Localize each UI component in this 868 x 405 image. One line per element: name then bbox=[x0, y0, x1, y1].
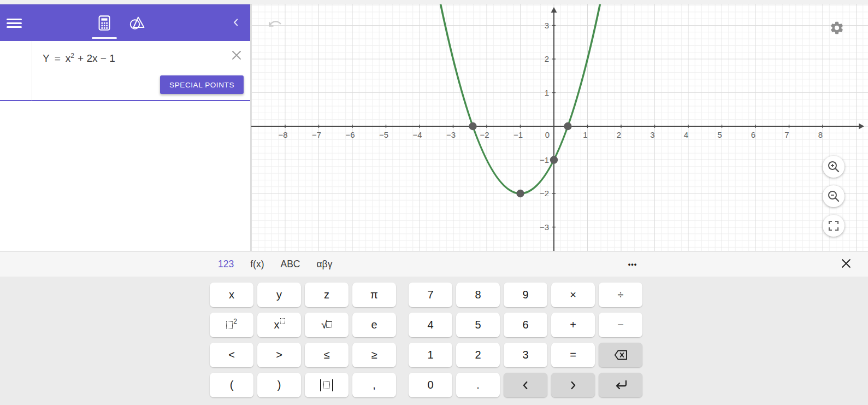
fullscreen-icon bbox=[827, 219, 840, 232]
tab-geometry-tools[interactable] bbox=[125, 4, 150, 41]
key-paren-close[interactable]: ) bbox=[257, 373, 301, 397]
key-3[interactable]: 3 bbox=[504, 343, 547, 367]
gear-icon bbox=[829, 20, 845, 36]
key-equals[interactable]: = bbox=[551, 343, 595, 367]
key-power[interactable]: x bbox=[257, 313, 301, 337]
delete-expression-button[interactable] bbox=[229, 49, 244, 63]
key-arrow-left[interactable] bbox=[504, 373, 547, 397]
undo-icon[interactable] bbox=[267, 19, 284, 32]
key-7[interactable]: 7 bbox=[409, 283, 452, 307]
plot-svg: −8−7−6−5−4−3−2−1012345678−3−2−1123 bbox=[251, 4, 868, 251]
key-z[interactable]: z bbox=[305, 283, 349, 307]
svg-text:−5: −5 bbox=[379, 130, 388, 139]
geometry-icon bbox=[129, 15, 145, 31]
virtual-keyboard: 123 f(x) ABC αβγ ••• xyzπ789×÷2x√e456+−<… bbox=[0, 251, 868, 405]
svg-text:−8: −8 bbox=[278, 130, 287, 139]
calculator-icon bbox=[97, 15, 111, 31]
keyboard-tab-greek[interactable]: αβγ bbox=[316, 259, 332, 270]
expression[interactable]: Y=x2 + 2x − 1 bbox=[43, 52, 115, 64]
key-8[interactable]: 8 bbox=[456, 283, 500, 307]
sidebar-header bbox=[0, 4, 250, 41]
svg-text:6: 6 bbox=[751, 130, 755, 139]
key-minus[interactable]: − bbox=[599, 313, 642, 337]
svg-text:−2: −2 bbox=[540, 189, 549, 198]
svg-text:8: 8 bbox=[818, 130, 823, 139]
key-0[interactable]: 0 bbox=[409, 373, 452, 397]
special-points-button[interactable]: SPECIAL POINTS bbox=[160, 75, 244, 94]
key-leq[interactable]: ≤ bbox=[305, 343, 349, 367]
keyboard-keys: xyzπ789×÷2x√e456+−<>≤≥123=(),0. bbox=[210, 283, 642, 397]
key-9[interactable]: 9 bbox=[504, 283, 547, 307]
expression-row[interactable]: Y=x2 + 2x − 1 SPECIAL POINTS bbox=[0, 41, 250, 101]
svg-text:5: 5 bbox=[717, 130, 722, 139]
svg-text:2: 2 bbox=[545, 54, 549, 63]
key-y[interactable]: y bbox=[257, 283, 301, 307]
view-tabs bbox=[0, 4, 246, 41]
key-x[interactable]: x bbox=[210, 283, 253, 307]
algebra-sidebar: Y=x2 + 2x − 1 SPECIAL POINTS bbox=[0, 4, 251, 251]
key-e[interactable]: e bbox=[352, 313, 396, 337]
key-1[interactable]: 1 bbox=[409, 343, 452, 367]
zoom-out-button[interactable] bbox=[823, 185, 845, 207]
collapse-sidebar-button[interactable] bbox=[229, 16, 243, 30]
svg-text:−7: −7 bbox=[312, 130, 321, 139]
svg-text:−1: −1 bbox=[513, 130, 523, 139]
zoom-controls bbox=[823, 156, 845, 237]
key-5[interactable]: 5 bbox=[456, 313, 500, 337]
key-geq[interactable]: ≥ bbox=[352, 343, 396, 367]
svg-text:7: 7 bbox=[784, 130, 789, 139]
svg-text:−3: −3 bbox=[540, 222, 549, 232]
geogebra-app: Y=x2 + 2x − 1 SPECIAL POINTS −8−7−6−5−4−… bbox=[0, 0, 868, 405]
key-plus[interactable]: + bbox=[551, 313, 595, 337]
close-icon bbox=[840, 257, 852, 269]
key-sqrt[interactable]: √ bbox=[305, 313, 349, 337]
keyboard-tab-fx[interactable]: f(x) bbox=[250, 259, 264, 270]
key-square[interactable]: 2 bbox=[210, 313, 253, 337]
key-abs[interactable] bbox=[305, 373, 349, 397]
key-arrow-right[interactable] bbox=[551, 373, 595, 397]
key-multiply[interactable]: × bbox=[551, 283, 595, 307]
key-4[interactable]: 4 bbox=[409, 313, 452, 337]
key-paren-open[interactable]: ( bbox=[210, 373, 253, 397]
key-gt[interactable]: > bbox=[257, 343, 301, 367]
top-strip bbox=[0, 0, 868, 4]
tab-algebra-calculator[interactable] bbox=[92, 4, 117, 41]
svg-text:−3: −3 bbox=[446, 130, 456, 139]
svg-text:1: 1 bbox=[583, 130, 587, 139]
key-comma[interactable]: , bbox=[352, 373, 396, 397]
expression-rest: + 2x − 1 bbox=[78, 52, 115, 64]
expression-relation: = bbox=[55, 52, 61, 64]
keyboard-tab-123[interactable]: 123 bbox=[218, 259, 234, 270]
keyboard-tabbar: 123 f(x) ABC αβγ ••• bbox=[0, 251, 868, 277]
key-lt[interactable]: < bbox=[210, 343, 253, 367]
key-pi[interactable]: π bbox=[352, 283, 396, 307]
svg-text:1: 1 bbox=[545, 88, 549, 97]
svg-text:−6: −6 bbox=[345, 130, 355, 139]
key-6[interactable]: 6 bbox=[504, 313, 547, 337]
svg-text:4: 4 bbox=[684, 130, 688, 139]
close-icon bbox=[230, 49, 243, 62]
expression-list-empty[interactable] bbox=[0, 102, 250, 251]
graphics-view[interactable]: −8−7−6−5−4−3−2−1012345678−3−2−1123 bbox=[251, 4, 868, 251]
key-2[interactable]: 2 bbox=[456, 343, 500, 367]
chevron-left-icon bbox=[230, 16, 242, 28]
zoom-in-icon bbox=[826, 160, 841, 174]
expression-base: x bbox=[66, 52, 71, 64]
fullscreen-button[interactable] bbox=[823, 215, 845, 237]
row-gutter bbox=[0, 41, 32, 101]
keyboard-tab-abc[interactable]: ABC bbox=[280, 259, 300, 270]
zoom-out-icon bbox=[826, 189, 841, 203]
expression-lhs: Y bbox=[43, 52, 50, 64]
svg-text:3: 3 bbox=[545, 21, 549, 30]
key-divide[interactable]: ÷ bbox=[599, 283, 642, 307]
zoom-in-button[interactable] bbox=[823, 156, 845, 178]
key-dot[interactable]: . bbox=[456, 373, 500, 397]
svg-text:0: 0 bbox=[545, 130, 550, 139]
key-enter[interactable] bbox=[599, 373, 642, 397]
settings-button[interactable] bbox=[829, 20, 845, 36]
key-backspace[interactable] bbox=[599, 343, 642, 367]
svg-text:−4: −4 bbox=[412, 130, 422, 139]
keyboard-more-button[interactable]: ••• bbox=[621, 251, 645, 277]
svg-text:−2: −2 bbox=[480, 130, 489, 139]
keyboard-close-button[interactable] bbox=[840, 257, 853, 271]
